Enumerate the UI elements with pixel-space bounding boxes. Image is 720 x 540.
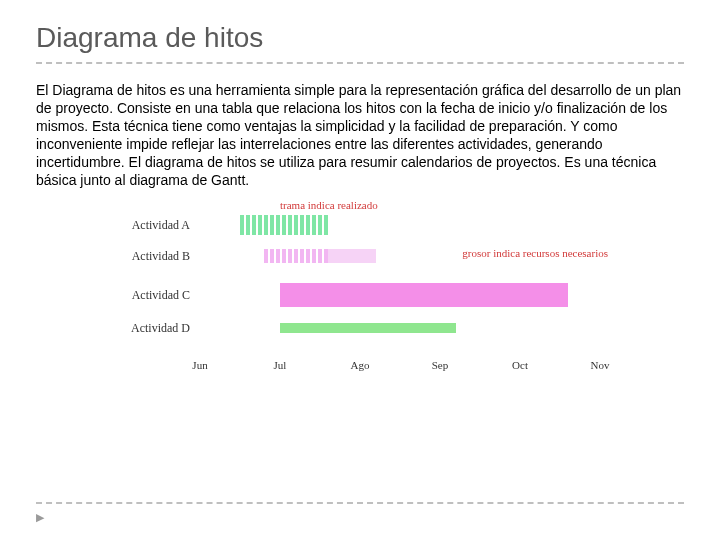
divider-bottom <box>36 502 684 504</box>
bar-remaining <box>280 323 456 333</box>
chart-row: Actividad B <box>110 249 610 263</box>
body-paragraph: El Diagrama de hitos es una herramienta … <box>36 82 684 189</box>
chart-row: Actividad C <box>110 283 610 307</box>
x-axis-ticks: JunJulAgoSepOctNov <box>200 359 600 375</box>
page-title: Diagrama de hitos <box>36 22 684 54</box>
milestone-chart: trama indica realizado grosor indica rec… <box>110 201 610 371</box>
x-tick: Oct <box>512 359 528 371</box>
bar-done <box>264 249 328 263</box>
activity-label: Actividad C <box>110 283 190 307</box>
activity-label: Actividad A <box>110 215 190 235</box>
slide-nav-icon: ▶ <box>36 511 44 524</box>
chart-row: Actividad D <box>110 323 610 333</box>
activity-label: Actividad B <box>110 249 190 263</box>
chart-plot-area: Actividad AActividad BActividad CActivid… <box>110 201 610 371</box>
bar-track <box>200 215 600 235</box>
x-tick: Jun <box>192 359 207 371</box>
bar-done <box>240 215 328 235</box>
bar-track <box>200 283 600 307</box>
divider-top <box>36 62 684 64</box>
x-tick: Ago <box>351 359 370 371</box>
activity-label: Actividad D <box>110 323 190 333</box>
x-tick: Sep <box>432 359 449 371</box>
bar-track <box>200 323 600 333</box>
bar-remaining <box>280 283 568 307</box>
bar-track <box>200 249 600 263</box>
x-tick: Nov <box>591 359 610 371</box>
chart-row: Actividad A <box>110 215 610 235</box>
slide: Diagrama de hitos El Diagrama de hitos e… <box>0 0 720 540</box>
x-tick: Jul <box>274 359 287 371</box>
